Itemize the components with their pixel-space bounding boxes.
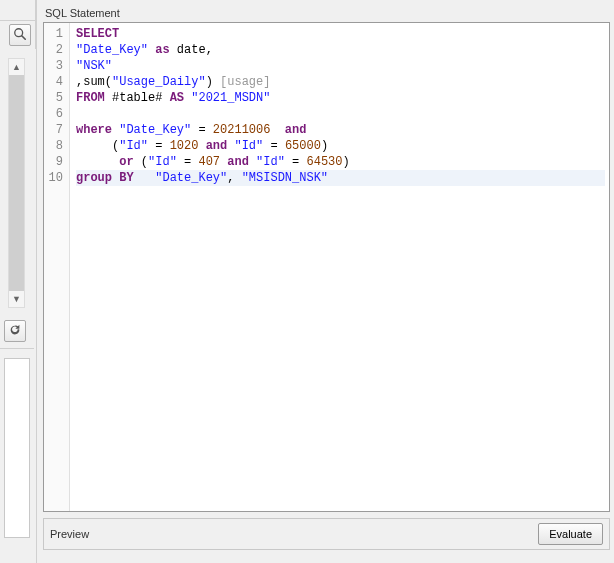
line-number: 1 <box>44 26 69 42</box>
line-number: 9 <box>44 154 69 170</box>
code-line[interactable]: "NSK" <box>76 58 605 74</box>
code-line[interactable]: FROM #table# AS "2021_MSDN" <box>76 90 605 106</box>
svg-line-1 <box>22 35 26 39</box>
line-number: 7 <box>44 122 69 138</box>
line-number: 5 <box>44 90 69 106</box>
line-gutter: 12345678910 <box>44 23 70 511</box>
left-divider <box>0 348 34 349</box>
panel-title: SQL Statement <box>43 4 610 22</box>
line-number: 8 <box>44 138 69 154</box>
code-line[interactable]: "Date_Key" as date, <box>76 42 605 58</box>
code-line[interactable]: ("Id" = 1020 and "Id" = 65000) <box>76 138 605 154</box>
code-line[interactable] <box>76 106 605 122</box>
line-number: 10 <box>44 170 69 186</box>
preview-label: Preview <box>50 528 89 540</box>
code-area[interactable]: SELECT"Date_Key" as date,"NSK",sum("Usag… <box>70 23 609 511</box>
main-area: SQL Statement 12345678910 SELECT"Date_Ke… <box>36 0 614 563</box>
scroll-thumb[interactable] <box>9 75 24 291</box>
line-number: 3 <box>44 58 69 74</box>
line-number: 2 <box>44 42 69 58</box>
refresh-button[interactable] <box>4 320 26 342</box>
preview-bar: Preview Evaluate <box>43 518 610 550</box>
line-number: 6 <box>44 106 69 122</box>
search-icon <box>13 27 27 44</box>
code-line[interactable]: ,sum("Usage_Daily") [usage] <box>76 74 605 90</box>
scroll-up-arrow-icon[interactable]: ▲ <box>9 59 24 75</box>
code-line[interactable]: group BY "Date_Key", "MSISDN_NSK" <box>76 170 605 186</box>
refresh-icon <box>8 323 22 340</box>
line-number: 4 <box>44 74 69 90</box>
search-button[interactable] <box>9 24 31 46</box>
code-line[interactable]: SELECT <box>76 26 605 42</box>
sql-editor[interactable]: 12345678910 SELECT"Date_Key" as date,"NS… <box>43 22 610 512</box>
left-sidebar: ▲ ▼ <box>0 0 36 563</box>
sql-statement-panel: SQL Statement 12345678910 SELECT"Date_Ke… <box>43 4 610 512</box>
scroll-down-arrow-icon[interactable]: ▼ <box>9 291 24 307</box>
left-lower-panel <box>4 358 30 538</box>
left-header-strip <box>0 0 36 21</box>
code-line[interactable]: where "Date_Key" = 20211006 and <box>76 122 605 138</box>
evaluate-button[interactable]: Evaluate <box>538 523 603 545</box>
code-line[interactable]: or ("Id" = 407 and "Id" = 64530) <box>76 154 605 170</box>
left-toolbar <box>0 21 36 49</box>
left-scrollbar[interactable]: ▲ ▼ <box>8 58 25 308</box>
